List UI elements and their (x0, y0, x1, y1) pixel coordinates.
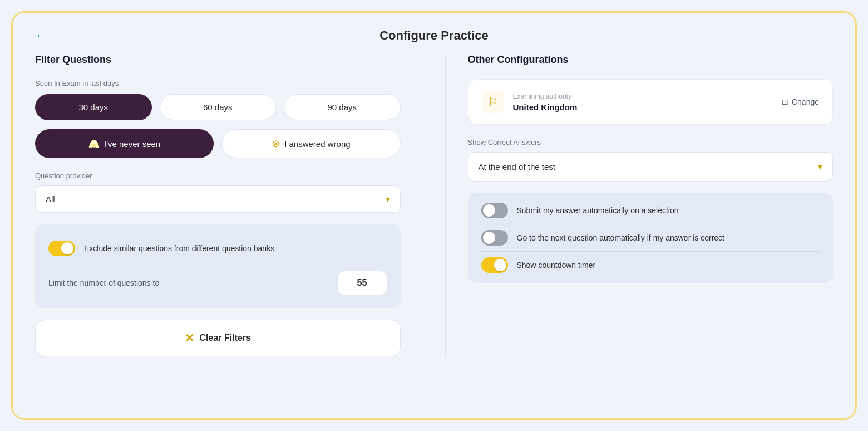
authority-left: ⚐ Examining authority United Kingdom (482, 91, 578, 113)
other-toggles-card: Submit my answer automatically on a sele… (468, 193, 834, 283)
limit-input[interactable] (337, 271, 387, 295)
limit-label: Limit the number of questions to (48, 278, 159, 287)
countdown-row: Show countdown timer (481, 251, 820, 278)
countdown-label: Show countdown timer (517, 261, 596, 270)
auto-submit-toggle[interactable] (481, 203, 508, 218)
auto-next-label: Go to the next question automatically if… (517, 233, 725, 242)
authority-sub-label: Examining authority (513, 92, 578, 100)
auto-next-toggle[interactable] (481, 230, 508, 246)
page-container: ← Configure Practice Filter Questions Se… (11, 11, 857, 420)
show-answers-select[interactable]: At the end of the test ▾ (468, 152, 834, 182)
limit-row: Limit the number of questions to (48, 262, 387, 297)
vertical-divider (445, 54, 446, 356)
x-circle-icon: ⊗ (272, 138, 280, 150)
edit-icon: ⊡ (782, 97, 788, 106)
page-title: Configure Practice (379, 28, 489, 43)
exclude-toggle-row: Exclude similar questions from different… (48, 235, 387, 262)
other-config-title: Other Configurations (468, 54, 834, 66)
filter-questions-title: Filter Questions (35, 54, 401, 66)
show-answers-value: At the end of the test (479, 162, 555, 172)
change-authority-button[interactable]: ⊡ Change (782, 97, 819, 106)
back-button[interactable]: ← (35, 28, 47, 43)
toggle-card: Exclude similar questions from different… (35, 224, 401, 308)
answered-wrong-btn[interactable]: ⊗ I answered wrong (221, 129, 400, 158)
show-answers-label: Show Correct Answers (468, 138, 834, 146)
header: ← Configure Practice (13, 13, 855, 54)
day-btn-60[interactable]: 60 days (160, 94, 277, 120)
never-seen-label: I've never seen (104, 139, 160, 149)
auto-submit-row: Submit my answer automatically on a sele… (481, 197, 820, 224)
toggle-knob (61, 242, 73, 254)
auto-next-row: Go to the next question automatically if… (481, 224, 820, 251)
flag-icon: ⚐ (482, 91, 504, 113)
answered-wrong-label: I answered wrong (284, 139, 350, 149)
authority-card: ⚐ Examining authority United Kingdom ⊡ C… (468, 79, 834, 125)
toggle-knob-3 (494, 259, 506, 271)
provider-chevron-icon: ▾ (386, 194, 390, 204)
day-btn-90[interactable]: 90 days (284, 94, 401, 120)
right-panel: Other Configurations ⚐ Examining authori… (468, 54, 834, 356)
clear-filters-label: Clear Filters (200, 333, 251, 343)
exclude-toggle[interactable] (48, 241, 75, 256)
main-content: Filter Questions Seen In Exam in last da… (13, 54, 855, 379)
auto-submit-label: Submit my answer automatically on a sele… (517, 206, 679, 215)
change-label: Change (792, 97, 819, 106)
exclude-label: Exclude similar questions from different… (84, 244, 274, 253)
back-icon: ← (35, 28, 47, 43)
provider-value: All (46, 194, 55, 204)
day-btn-30[interactable]: 30 days (35, 94, 152, 120)
provider-select[interactable]: All ▾ (35, 185, 401, 213)
toggle-knob-1 (483, 204, 495, 217)
clear-filters-button[interactable]: ✕ Clear Filters (35, 320, 401, 356)
seen-label: Seen In Exam in last days (35, 79, 401, 87)
days-row: 30 days 60 days 90 days (35, 94, 401, 120)
provider-label: Question provider (35, 172, 401, 180)
authority-value: United Kingdom (513, 102, 578, 112)
toggle-knob-2 (483, 232, 495, 244)
never-seen-btn[interactable]: 🙈 I've never seen (35, 129, 214, 158)
filter-row: 🙈 I've never seen ⊗ I answered wrong (35, 129, 401, 158)
countdown-toggle[interactable] (481, 257, 508, 273)
clear-x-icon: ✕ (185, 331, 194, 345)
answers-chevron-icon: ▾ (818, 161, 822, 172)
eye-icon: 🙈 (88, 139, 100, 149)
authority-info: Examining authority United Kingdom (513, 92, 578, 112)
left-panel: Filter Questions Seen In Exam in last da… (35, 54, 423, 356)
